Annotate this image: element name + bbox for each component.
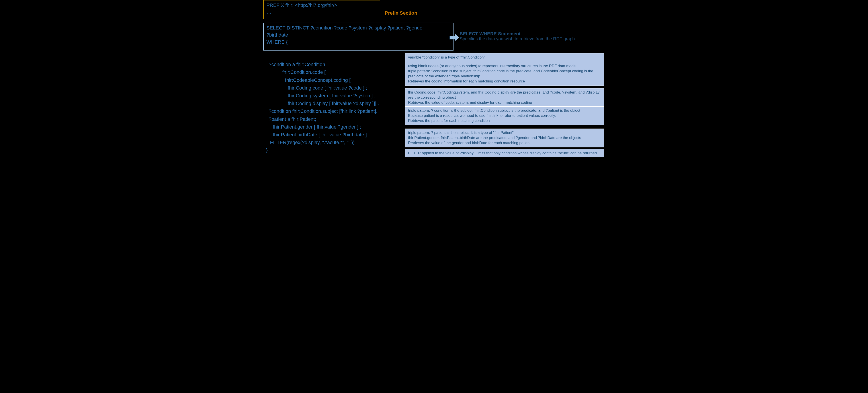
annotation-cell: triple pattern: ? patient is the subject… xyxy=(405,129,604,147)
select-where-label: SELECT WHERE Statement Specifies the dat… xyxy=(460,31,599,41)
code-line: fhir:Patient.gender [ fhir:value ?gender… xyxy=(266,124,361,130)
annotation-row: variable "condition" is a type of "fhir.… xyxy=(405,53,604,62)
query-body-box: ?condition a fhir:Condition ; fhir:Condi… xyxy=(263,52,406,153)
annotation-row: using blank nodes (or anonymous nodes) t… xyxy=(405,62,604,86)
code-line: ?patient a fhir:Patient; xyxy=(266,116,316,122)
prefix-code-box: PREFIX fhir: <http://hl7.org/fhir/> … xyxy=(263,0,380,19)
annotation-cell: variable "condition" is a type of "fhir.… xyxy=(405,53,604,62)
select-line: WHERE { xyxy=(267,38,451,46)
code-line: fhir:Coding.code [ fhir:value ?code ] ; xyxy=(266,85,367,91)
code-line: fhir:Coding.display [ fhir:value ?displa… xyxy=(266,101,379,106)
annotation-cell: using blank nodes (or anonymous nodes) t… xyxy=(405,62,604,86)
diagram-canvas: PREFIX fhir: <http://hl7.org/fhir/> … Pr… xyxy=(261,0,607,157)
code-line: fhir:Condition.code [ xyxy=(266,69,326,75)
annotation-cell: FILTER applied to the value of ?display.… xyxy=(405,149,604,158)
prefix-section-label: Prefix Section xyxy=(385,10,417,16)
select-where-box: SELECT DISTINCT ?condition ?code ?system… xyxy=(263,23,454,51)
prefix-ellipsis: … xyxy=(267,9,377,16)
code-line: fhir:CodeableConcept.coding [ xyxy=(266,78,351,83)
select-where-title: SELECT WHERE Statement xyxy=(460,31,599,36)
select-line: ?birthdate xyxy=(267,31,451,38)
select-line: SELECT DISTINCT ?condition ?code ?system… xyxy=(267,24,451,31)
code-line: } xyxy=(266,147,268,153)
code-line: FILTER(regex(?display, ".*acute.*", "i")… xyxy=(266,140,355,145)
annotation-cell: triple pattern: ? condition is the subje… xyxy=(405,107,604,125)
annotation-row: triple pattern: ? patient is the subject… xyxy=(405,128,604,147)
annotation-row: fhir:Coding.code, fhir:Coding.system, an… xyxy=(405,88,604,107)
annotation-cell: fhir:Coding.code, fhir:Coding.system, an… xyxy=(405,88,604,107)
annotation-row: FILTER applied to the value of ?display.… xyxy=(405,149,604,157)
select-where-subtitle: Specifies the data you wish to retrieve … xyxy=(460,36,599,41)
prefix-line: PREFIX fhir: <http://hl7.org/fhir/> xyxy=(267,2,377,9)
code-line: ?condition a fhir:Condition ; xyxy=(266,62,328,67)
code-line: ?condition fhir:Condition.subject [fhir:… xyxy=(266,109,377,114)
annotation-row: triple pattern: ? condition is the subje… xyxy=(405,107,604,125)
code-line: fhir:Patient.birthDate [ fhir:value ?bir… xyxy=(266,132,370,138)
code-line: fhir:Coding.system [ fhir:value ?system]… xyxy=(266,93,375,98)
